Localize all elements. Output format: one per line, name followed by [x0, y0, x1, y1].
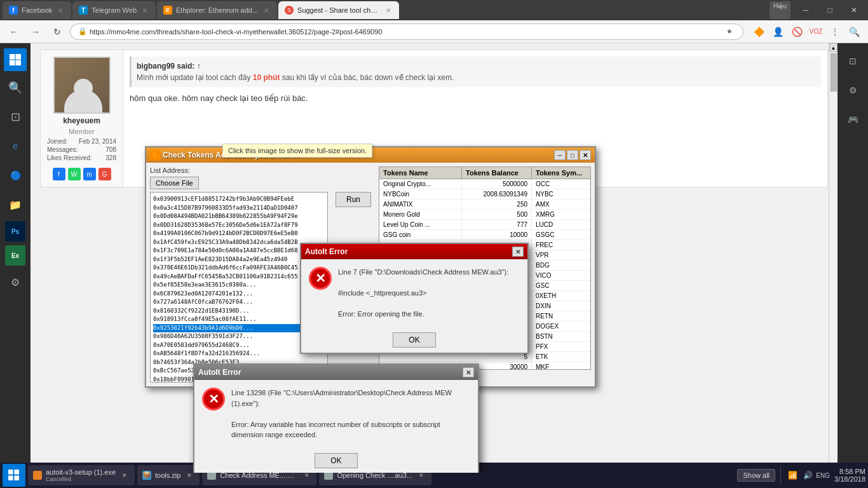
- url-bar[interactable]: 🔒 https://mmo4me.com/threads/share-tool-…: [70, 24, 743, 40]
- autoit-error-2-icon: ✕: [202, 388, 225, 410]
- language-icon[interactable]: ENG: [817, 469, 829, 482]
- tab-ethplorer[interactable]: E Ethplorer: Ethereum add... ✕: [157, 1, 277, 19]
- sidebar-unknown[interactable]: ⚙: [3, 269, 28, 295]
- facebook-social-icon[interactable]: f: [53, 168, 65, 180]
- tokens-balance-header: Tokens Balance: [462, 167, 532, 179]
- tab-facebook-close[interactable]: ✕: [56, 6, 65, 15]
- autoit-error-1-file: (File "D:\Downloads\Check Address MEW.au…: [359, 268, 508, 276]
- network-icon[interactable]: 📶: [786, 469, 799, 482]
- check-tokens-maximize[interactable]: □: [567, 150, 578, 160]
- window-controls: Hiệu ─ □ ✕: [770, 1, 865, 19]
- facebook-favicon: f: [9, 6, 18, 15]
- tab-facebook[interactable]: f Facebook ✕: [3, 1, 71, 19]
- tab-telegram[interactable]: T Telegram Web ✕: [72, 1, 156, 19]
- sidebar-photoshop[interactable]: Ps: [5, 221, 25, 241]
- highlight-10-phut: 10 phút: [253, 73, 280, 82]
- tokens-header: Tokens Name Tokens Balance Tokens Sym...: [379, 166, 591, 179]
- autoit-error-2-close[interactable]: ✕: [463, 367, 474, 377]
- autoit-error-1-ok-button[interactable]: OK: [393, 332, 435, 348]
- run-button[interactable]: Run: [336, 192, 371, 207]
- taskbar-item-autoit[interactable]: autoit-v3-setup (1).exe Cancelled ✕: [28, 465, 135, 485]
- autoit-error-2-ok-button[interactable]: OK: [315, 453, 357, 468]
- windows-sidebar: 🔍 ⊡ e 🔵 📁 Ps Ex ⚙: [0, 43, 31, 473]
- user-avatar: [53, 57, 111, 114]
- tab-ethplorer-close[interactable]: ✕: [262, 6, 271, 15]
- quote-text: Mình mới update lại tool cách đây 10 phú…: [137, 73, 816, 82]
- page-scrollbar[interactable]: ▲ ▼: [829, 43, 837, 473]
- taskbar-right: Show all 📶 🔊 ENG 8:58 PM 3/18/2018: [737, 466, 865, 484]
- show-all-button[interactable]: Show all: [737, 469, 775, 482]
- tokens-name-header: Tokens Name: [379, 167, 462, 179]
- blocked-icon[interactable]: 🚫: [788, 23, 806, 41]
- tab-telegram-close[interactable]: ✕: [140, 6, 149, 15]
- sidebar-chrome[interactable]: 🔵: [3, 163, 28, 188]
- start-icon[interactable]: [4, 48, 27, 71]
- tools-zip-taskbar-label: tools.zip: [155, 471, 180, 479]
- tab-suggest[interactable]: S Suggest - Share tool che... ✕: [278, 1, 399, 19]
- close-button[interactable]: ✕: [843, 1, 865, 19]
- profile-icon[interactable]: 👤: [769, 23, 787, 41]
- scroll-track[interactable]: [829, 52, 837, 464]
- back-button[interactable]: ←: [5, 23, 23, 41]
- post-text: hôm qua oke. hôm nay check lại teo tiếp …: [130, 93, 821, 103]
- scroll-up-arrow[interactable]: ▲: [829, 43, 837, 52]
- token-row-occ: Original Crypto...5000000OCC: [379, 179, 590, 189]
- suggest-favicon: S: [285, 6, 294, 15]
- sidebar-taskview[interactable]: ⊡: [3, 104, 28, 130]
- hieu-button[interactable]: Hiệu: [770, 1, 790, 19]
- search-icon[interactable]: 🔍: [845, 23, 863, 41]
- likes-value: 328: [105, 154, 116, 161]
- autoit-error-1-line: Line 7: [338, 268, 357, 276]
- autoit-error-dialog-2: AutoIt Error ✕ ✕ Line 13298 (File "C:\Us…: [193, 363, 479, 473]
- autoit-error-1-close[interactable]: ✕: [512, 247, 524, 257]
- google-social-icon[interactable]: G: [98, 168, 111, 180]
- taskbar-start-button[interactable]: [3, 464, 25, 487]
- quote-box: bigbang99 said: ↑ Mình mới update lại to…: [130, 57, 821, 87]
- autoit-taskbar-close[interactable]: ✕: [119, 470, 130, 480]
- joined-value: Feb 23, 2014: [79, 138, 116, 145]
- autoit-error-2-error: Error: Array variable has incorrect numb…: [231, 421, 440, 439]
- svg-rect-1: [16, 54, 22, 60]
- svg-rect-4: [8, 470, 13, 475]
- messages-label: Messages:: [47, 146, 78, 153]
- voz-icon[interactable]: VOZ: [807, 23, 825, 41]
- tab-suggest-close[interactable]: ✕: [384, 6, 393, 15]
- maximize-button[interactable]: □: [818, 1, 841, 19]
- user-info: Joined: Feb 23, 2014 Messages: 708 Likes…: [47, 138, 116, 163]
- likes-row: Likes Received: 328: [47, 154, 116, 161]
- extensions-icon[interactable]: 🔶: [750, 23, 768, 41]
- token-row-amx: ANIMATIX250AMX: [379, 200, 590, 210]
- right-action-center[interactable]: ⊡: [840, 48, 865, 74]
- right-settings[interactable]: ⚙: [840, 78, 865, 103]
- title-bar: f Facebook ✕ T Telegram Web ✕ E Ethplore…: [0, 0, 868, 20]
- sidebar-edge[interactable]: e: [3, 133, 28, 159]
- volume-icon[interactable]: 🔊: [801, 469, 814, 482]
- tab-telegram-label: Telegram Web: [92, 6, 137, 14]
- sidebar-search[interactable]: 🔍: [3, 75, 28, 100]
- token-row-gsgc: GSG coin10000GSGC: [379, 230, 590, 240]
- bookmark-icon[interactable]: ★: [724, 26, 735, 37]
- taskbar-time: 8:58 PM 3/18/2018: [834, 468, 865, 483]
- menu-button[interactable]: ⋮: [826, 23, 844, 41]
- check-tokens-minimize[interactable]: ─: [554, 150, 566, 160]
- autoit-error-1-text: Line 7 (File "D:\Downloads\Check Address…: [338, 267, 520, 320]
- autoit-taskbar-label: autoit-v3-setup (1).exe: [46, 468, 116, 476]
- right-game[interactable]: 🎮: [840, 107, 865, 132]
- sidebar-excel[interactable]: Ex: [5, 245, 25, 266]
- refresh-button[interactable]: ↻: [48, 23, 66, 41]
- tab-suggest-label: Suggest - Share tool che...: [297, 6, 380, 14]
- tokens-symbol-header: Tokens Sym...: [532, 167, 590, 179]
- minimize-button[interactable]: ─: [794, 1, 817, 19]
- user-panel: kheyeuem Member Joined: Feb 23, 2014 Mes…: [41, 50, 123, 187]
- sidebar-file[interactable]: 📁: [3, 192, 28, 217]
- taskbar-item-tools-zip[interactable]: 📦 tools.zip ✕: [137, 465, 200, 485]
- right-sidebar: ⊡ ⚙ 🎮: [837, 43, 868, 473]
- forward-button[interactable]: →: [27, 23, 44, 41]
- choose-file-button[interactable]: Choose File: [150, 177, 199, 189]
- check-tokens-close[interactable]: ✕: [580, 150, 591, 160]
- whatsapp-social-icon[interactable]: W: [68, 168, 81, 180]
- username: kheyeuem: [63, 116, 100, 125]
- tab-facebook-label: Facebook: [22, 6, 52, 14]
- messenger-social-icon[interactable]: m: [83, 168, 96, 180]
- scroll-thumb[interactable]: [831, 53, 837, 92]
